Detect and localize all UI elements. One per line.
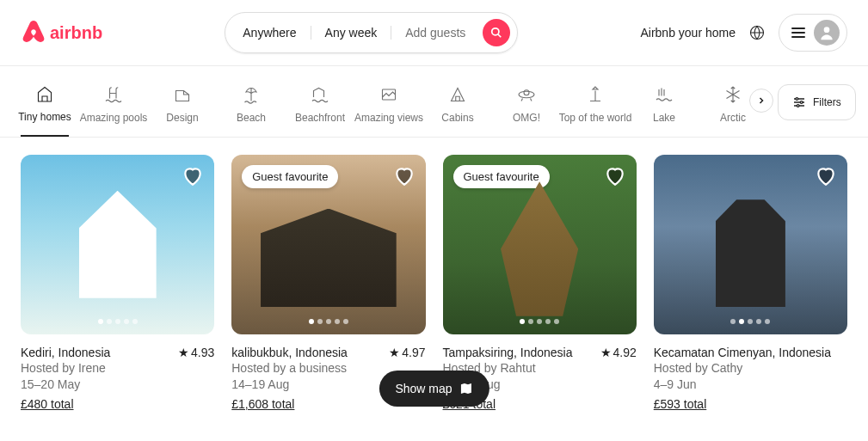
tiny-homes-icon	[34, 83, 55, 104]
listing-rating: ★ 4.93	[178, 345, 214, 361]
listing-rating: ★ 4.97	[389, 345, 425, 361]
filters-label: Filters	[813, 96, 841, 108]
airbnb-logo-icon	[21, 20, 46, 46]
listing-host: Hosted by Cathy	[654, 360, 847, 377]
listings-grid-row2: Guest favourite	[0, 430, 868, 441]
search-button[interactable]	[483, 19, 510, 46]
user-menu[interactable]	[779, 14, 847, 52]
category-omg[interactable]: OMG!	[502, 81, 551, 136]
listing-image[interactable]	[21, 155, 214, 334]
search-anywhere[interactable]: Anywhere	[243, 26, 311, 40]
category-arctic[interactable]: Arctic	[709, 81, 757, 136]
cabins-icon	[447, 84, 468, 105]
listing-host: Hosted by Irene	[21, 360, 214, 377]
logo[interactable]: airbnb	[21, 20, 102, 46]
design-icon	[172, 84, 193, 105]
pool-icon	[103, 84, 124, 105]
listing-dates: 4–9 Jun	[654, 377, 847, 393]
search-bar[interactable]: Anywhere Any week Add guests	[225, 12, 518, 53]
omg-icon	[516, 84, 537, 105]
category-lake[interactable]: Lake	[640, 81, 688, 136]
svg-point-7	[796, 98, 798, 101]
category-beach[interactable]: Beach	[227, 81, 275, 136]
category-design[interactable]: Design	[158, 81, 206, 136]
guest-favourite-badge: Guest favourite	[242, 165, 338, 188]
category-label: Design	[166, 112, 198, 124]
category-tiny-homes[interactable]: Tiny homes	[21, 80, 69, 137]
category-label: Beach	[237, 112, 266, 124]
category-label: Amazing pools	[80, 112, 148, 124]
brand-text: airbnb	[50, 23, 102, 43]
arctic-icon	[723, 84, 743, 105]
hamburger-icon	[791, 28, 805, 38]
svg-point-3	[824, 27, 830, 33]
category-top-of-world[interactable]: Top of the world	[571, 81, 619, 136]
chevron-right-icon	[756, 95, 766, 106]
header-right: Airbnb your home	[640, 14, 847, 52]
filters-button[interactable]: Filters	[778, 84, 856, 120]
category-amazing-pools[interactable]: Amazing pools	[89, 81, 138, 136]
categories-bar: Tiny homes Amazing pools Design Beach Be…	[0, 66, 868, 138]
listing-image[interactable]: Guest favourite	[443, 155, 637, 334]
listing-title: Tampaksiring, Indonesia	[443, 345, 573, 361]
category-label: Tiny homes	[18, 111, 71, 123]
category-label: Arctic	[720, 112, 746, 124]
listing-title: kalibukbuk, Indonesia	[231, 345, 348, 361]
image-dots	[730, 319, 770, 324]
heart-icon[interactable]	[604, 165, 626, 187]
categories-next-button[interactable]	[749, 89, 773, 113]
map-icon	[459, 382, 473, 395]
guest-favourite-badge: Guest favourite	[453, 165, 550, 188]
globe-icon[interactable]	[749, 25, 765, 40]
header: airbnb Anywhere Any week Add guests Airb…	[0, 0, 868, 66]
category-label: Cabins	[441, 112, 473, 124]
category-label: Lake	[653, 112, 675, 124]
listing-card[interactable]: Kecamatan Cimenyan, Indonesia Hosted by …	[654, 155, 847, 413]
listing-dates: 15–20 May	[21, 377, 214, 393]
image-dots	[98, 319, 138, 324]
listing-image[interactable]: Guest favourite	[231, 155, 425, 334]
beachfront-icon	[310, 84, 330, 105]
beach-icon	[241, 84, 262, 105]
listing-price: £593 total	[654, 396, 847, 413]
listing-title: Kecamatan Cimenyan, Indonesia	[654, 345, 831, 361]
heart-icon[interactable]	[182, 165, 204, 187]
listing-rating: ★ 4.92	[600, 345, 637, 361]
category-label: Top of the world	[559, 112, 632, 124]
svg-point-8	[800, 101, 803, 104]
svg-point-6	[524, 90, 529, 95]
category-amazing-views[interactable]: Amazing views	[365, 81, 413, 136]
listing-title: Kediri, Indonesia	[21, 345, 110, 361]
top-world-icon	[585, 84, 606, 105]
search-guests[interactable]: Add guests	[391, 26, 479, 40]
search-icon	[490, 27, 502, 39]
image-dots	[520, 319, 559, 324]
heart-icon[interactable]	[815, 165, 837, 187]
show-map-label: Show map	[395, 382, 452, 395]
category-label: Beachfront	[295, 112, 345, 124]
svg-line-1	[498, 34, 502, 38]
svg-point-5	[519, 91, 534, 98]
image-dots	[309, 319, 348, 324]
person-icon	[818, 24, 835, 41]
svg-point-0	[492, 28, 499, 35]
category-label: Amazing views	[354, 112, 423, 124]
category-beachfront[interactable]: Beachfront	[296, 81, 344, 136]
category-label: OMG!	[513, 112, 540, 124]
avatar	[814, 20, 840, 46]
listing-price: £480 total	[21, 396, 214, 413]
host-link[interactable]: Airbnb your home	[640, 26, 736, 40]
listing-image[interactable]	[654, 155, 847, 334]
category-cabins[interactable]: Cabins	[434, 81, 482, 136]
views-icon	[379, 84, 399, 105]
svg-point-9	[797, 105, 799, 107]
show-map-button[interactable]: Show map	[379, 371, 489, 407]
filters-icon	[792, 95, 806, 109]
heart-icon[interactable]	[393, 165, 416, 187]
listing-card[interactable]: Kediri, Indonesia ★ 4.93 Hosted by Irene…	[21, 155, 214, 413]
search-anyweek[interactable]: Any week	[311, 26, 392, 40]
lake-icon	[654, 84, 674, 105]
